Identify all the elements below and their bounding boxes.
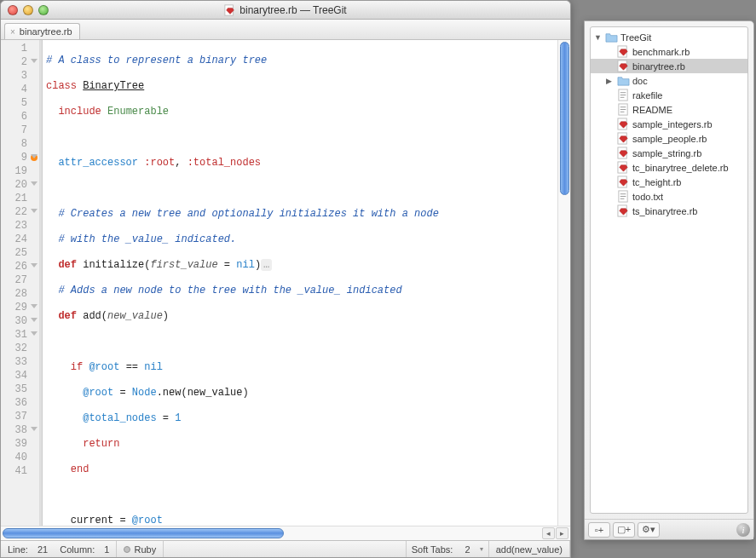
close-button[interactable]	[8, 5, 18, 15]
drawer-toolbar: ▫+ ▢+ ⚙▾ i	[585, 519, 753, 539]
traffic-lights	[1, 5, 49, 15]
window-title: binarytree.rb — TreeGit	[1, 4, 570, 16]
line-number[interactable]: 30	[1, 314, 39, 328]
editor-window: binarytree.rb — TreeGit × binarytree.rb …	[0, 0, 571, 558]
tree-item-label: ts_binarytree.rb	[632, 206, 697, 216]
tab-label: binarytree.rb	[20, 26, 72, 37]
line-gutter[interactable]: 1234567891920212223242526272829303132333…	[1, 40, 40, 526]
tree-item-label: tc_height.rb	[632, 177, 681, 187]
tree-item-sample-string-rb[interactable]: sample_string.rb	[591, 146, 747, 160]
line-number[interactable]: 1	[1, 42, 39, 55]
line-number[interactable]: 26	[1, 260, 39, 273]
line-number[interactable]: 5	[1, 96, 39, 110]
line-number[interactable]: 8	[1, 137, 39, 151]
scroll-left-button[interactable]: ◂	[542, 527, 555, 539]
tab-bar: × binarytree.rb	[1, 20, 570, 40]
titlebar[interactable]: binarytree.rb — TreeGit	[1, 1, 570, 20]
hscroll-thumb[interactable]	[3, 528, 284, 538]
disclosure-triangle-icon[interactable]: ▶	[606, 77, 615, 85]
tree-item-sample-integers-rb[interactable]: sample_integers.rb	[591, 117, 747, 131]
zoom-button[interactable]	[38, 5, 49, 15]
tree-item-doc[interactable]: ▶doc	[591, 73, 747, 88]
tree-item-label: rakefile	[632, 90, 662, 101]
line-number[interactable]: 29	[1, 301, 39, 314]
line-number[interactable]: 35	[1, 383, 39, 396]
horizontal-scrollbar[interactable]: ◂ ▸	[1, 526, 570, 540]
line-number[interactable]: 2	[1, 55, 39, 69]
tree-item-binarytree-rb[interactable]: binarytree.rb	[591, 59, 747, 73]
scroll-right-button[interactable]: ▸	[556, 527, 568, 539]
editor-area: 1234567891920212223242526272829303132333…	[1, 40, 570, 526]
tree-item-sample-people-rb[interactable]: sample_people.rb	[591, 131, 747, 146]
line-number[interactable]: 31	[1, 328, 39, 342]
vertical-scrollbar[interactable]	[557, 40, 570, 526]
line-number[interactable]: 40	[1, 451, 39, 464]
tree-item-ts-binarytree-rb[interactable]: ts_binarytree.rb	[591, 204, 747, 218]
line-number[interactable]: 24	[1, 233, 39, 246]
tree-item-label: sample_string.rb	[632, 148, 701, 158]
tree-item-benchmark-rb[interactable]: benchmark.rb	[591, 44, 747, 59]
tree-item-rakefile[interactable]: rakefile	[591, 88, 747, 102]
line-number[interactable]: 4	[1, 83, 39, 96]
line-number[interactable]: 36	[1, 396, 39, 410]
line-number[interactable]: 32	[1, 342, 39, 355]
line-number[interactable]: 22	[1, 205, 39, 219]
tree-item-label: sample_people.rb	[632, 134, 707, 144]
project-drawer: ▼TreeGitbenchmark.rbbinarytree.rb▶docrak…	[584, 20, 754, 540]
soft-tabs-selector[interactable]: Soft Tabs: 2 ▾	[407, 541, 489, 557]
line-number[interactable]: 3	[1, 69, 39, 83]
ruby-file-icon	[224, 4, 236, 16]
tree-item-tc-binarytree-delete-rb[interactable]: tc_binarytree_delete.rb	[591, 160, 747, 175]
tree-item-label: binarytree.rb	[632, 61, 685, 72]
tab-binarytree[interactable]: × binarytree.rb	[4, 23, 80, 39]
tree-item-label: tc_binarytree_delete.rb	[632, 163, 729, 173]
tab-close-icon[interactable]: ×	[9, 27, 17, 37]
line-number[interactable]: 25	[1, 246, 39, 260]
action-menu-button[interactable]: ⚙▾	[638, 522, 660, 538]
line-number[interactable]: 20	[1, 178, 39, 192]
code-view[interactable]: # A class to represent a binary tree cla…	[43, 40, 557, 526]
line-number[interactable]: 23	[1, 219, 39, 233]
line-number[interactable]: 7	[1, 124, 39, 137]
line-number[interactable]: 6	[1, 110, 39, 124]
tree-item-todo-txt[interactable]: todo.txt	[591, 189, 747, 204]
language-selector[interactable]: Ruby	[117, 541, 164, 557]
line-number[interactable]: 34	[1, 369, 39, 383]
tree-item-label: doc	[632, 76, 648, 86]
tree-item-label: benchmark.rb	[632, 47, 690, 57]
cursor-position[interactable]: Line: 21 Column: 1	[1, 541, 117, 557]
scope-selector[interactable]: add(new_value)	[489, 541, 570, 557]
line-number[interactable]: 38	[1, 423, 39, 437]
tree-root[interactable]: ▼TreeGit	[591, 30, 747, 44]
status-spacer	[164, 541, 407, 557]
tree-item-label: README	[632, 105, 672, 115]
tree-item-readme[interactable]: README	[591, 102, 747, 117]
line-number[interactable]: 27	[1, 273, 39, 287]
new-folder-button[interactable]: ▢+	[613, 522, 635, 538]
fold-ellipsis[interactable]: …	[261, 259, 272, 271]
line-number[interactable]: 33	[1, 355, 39, 369]
tree-item-tc-height-rb[interactable]: tc_height.rb	[591, 175, 747, 189]
language-dot-icon	[124, 546, 130, 553]
disclosure-triangle-icon[interactable]: ▼	[594, 33, 603, 42]
file-tree[interactable]: ▼TreeGitbenchmark.rbbinarytree.rb▶docrak…	[590, 26, 748, 514]
scroll-thumb[interactable]	[560, 42, 569, 195]
line-number[interactable]: 37	[1, 410, 39, 423]
tree-item-label: todo.txt	[632, 192, 663, 202]
minimize-button[interactable]	[23, 5, 33, 15]
line-number[interactable]: 21	[1, 192, 39, 205]
tree-item-label: sample_integers.rb	[632, 119, 713, 129]
info-button[interactable]: i	[736, 523, 750, 537]
status-bar: Line: 21 Column: 1 Ruby Soft Tabs: 2 ▾ a…	[1, 540, 570, 557]
line-number[interactable]: 39	[1, 437, 39, 451]
line-number[interactable]: 19	[1, 164, 39, 178]
line-number[interactable]: 28	[1, 287, 39, 301]
line-number[interactable]: 9	[1, 151, 39, 164]
line-number[interactable]: 41	[1, 464, 39, 478]
new-file-button[interactable]: ▫+	[588, 522, 610, 538]
